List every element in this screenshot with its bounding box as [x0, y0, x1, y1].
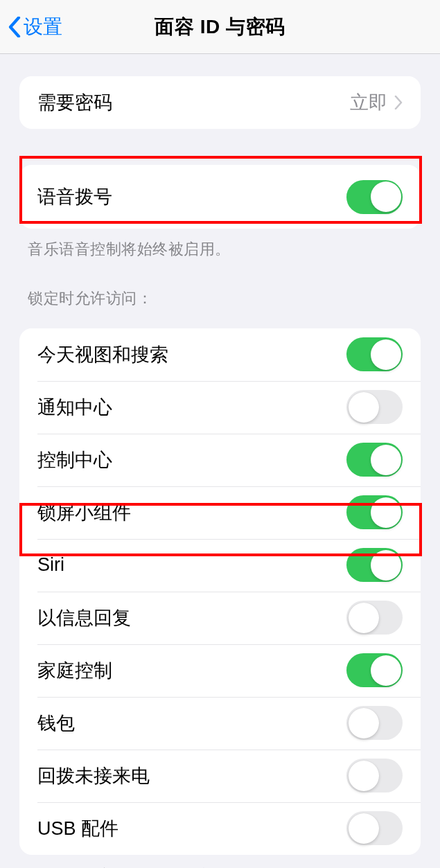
page-title: 面容 ID 与密码 — [155, 14, 285, 40]
row-require-passcode[interactable]: 需要密码 立即 — [19, 76, 421, 129]
return-missed-calls-label: 回拨未接来电 — [37, 763, 150, 788]
voice-dial-footer: 音乐语音控制将始终被启用。 — [0, 229, 440, 260]
chevron-left-icon — [8, 17, 21, 37]
row-return-missed-calls: 回拨未接来电 — [19, 750, 421, 802]
siri-label: Siri — [37, 554, 64, 576]
notification-center-label: 通知中心 — [37, 395, 112, 420]
voice-dial-label: 语音拨号 — [37, 184, 112, 209]
return-missed-calls-toggle[interactable] — [346, 759, 403, 792]
voice-dial-toggle[interactable] — [346, 180, 403, 214]
row-home-control: 家庭控制 — [19, 644, 421, 697]
row-notification-center: 通知中心 — [19, 381, 421, 434]
today-view-label: 今天视图和搜索 — [37, 342, 168, 367]
row-usb-accessories: USB 配件 — [19, 802, 421, 855]
today-view-toggle[interactable] — [346, 337, 403, 371]
row-control-center: 控制中心 — [19, 434, 421, 486]
require-passcode-value: 立即 — [350, 90, 403, 115]
siri-toggle[interactable] — [346, 548, 403, 582]
wallet-label: 钱包 — [37, 711, 75, 736]
row-siri: Siri — [19, 539, 421, 592]
reply-with-message-toggle[interactable] — [346, 601, 403, 635]
control-center-label: 控制中心 — [37, 448, 112, 472]
usb-accessories-label: USB 配件 — [37, 816, 118, 841]
require-passcode-label: 需要密码 — [37, 90, 112, 115]
back-label: 设置 — [24, 14, 62, 40]
navbar: 设置 面容 ID 与密码 — [0, 0, 440, 54]
section-locked-access: 今天视图和搜索 通知中心 控制中心 锁屏小组件 Siri 以信息回复 家庭控制 — [19, 328, 421, 855]
section-require-passcode: 需要密码 立即 — [19, 76, 421, 129]
row-today-view: 今天视图和搜索 — [19, 328, 421, 381]
lock-screen-widgets-toggle[interactable] — [346, 495, 403, 529]
usb-accessories-toggle[interactable] — [346, 811, 403, 845]
control-center-toggle[interactable] — [346, 443, 403, 477]
row-lock-screen-widgets: 锁屏小组件 — [19, 486, 421, 539]
back-button[interactable]: 设置 — [8, 14, 62, 40]
section-voice-dial: 语音拨号 — [19, 165, 421, 229]
usb-footer: iPhone 锁定超过一小时后，需先解锁 iPhone 才能允许USB 配件连接… — [0, 855, 440, 868]
row-wallet: 钱包 — [19, 697, 421, 750]
notification-center-toggle[interactable] — [346, 390, 403, 424]
home-control-toggle[interactable] — [346, 653, 403, 687]
row-voice-dial: 语音拨号 — [19, 165, 421, 229]
row-reply-with-message: 以信息回复 — [19, 592, 421, 644]
reply-with-message-label: 以信息回复 — [37, 605, 131, 630]
locked-access-header: 锁定时允许访问： — [0, 260, 440, 313]
wallet-toggle[interactable] — [346, 706, 403, 740]
home-control-label: 家庭控制 — [37, 658, 112, 683]
lock-screen-widgets-label: 锁屏小组件 — [37, 500, 131, 525]
chevron-right-icon — [394, 96, 403, 109]
